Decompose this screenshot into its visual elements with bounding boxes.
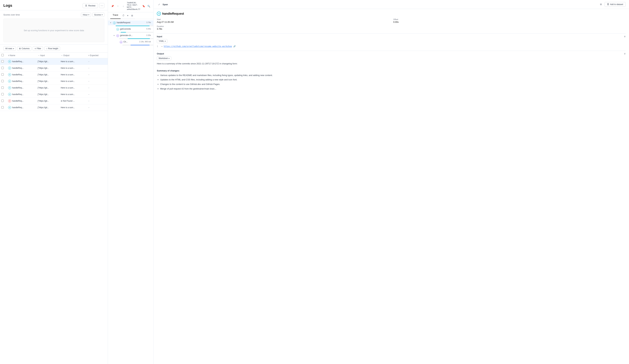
table-row[interactable]: ⊙ handleReq... ["https://git... Here is …	[0, 58, 108, 65]
logs-table: ≡ Name → Input → Output = Expected	[0, 53, 108, 111]
markdown-format-select[interactable]: Markdown ▾	[157, 56, 171, 60]
columns-icon: ⊞	[19, 47, 21, 50]
output-section-header[interactable]: Output ∨	[157, 51, 626, 56]
output-text: Here is a summary of the commits since 2…	[157, 62, 626, 91]
function-name: handleRequest	[162, 12, 184, 15]
row-checkbox[interactable]	[1, 93, 4, 95]
span-panel: ⤢ Span ⊞ 🗄 Add to dataset ⊙ handleReques…	[154, 0, 629, 364]
row-checkbox[interactable]	[1, 67, 4, 69]
trace-id: 7dd04536-74cd-4eb7-b6f2-a44a59be4c77	[127, 2, 140, 10]
col-icon: →	[38, 54, 40, 57]
chevron-down-icon: ▾	[169, 57, 169, 59]
row-name-cell: ⊙ handleReq...	[8, 86, 33, 89]
row-output: Here is a sum...	[59, 104, 86, 111]
trace-down-button[interactable]: ↓	[121, 4, 126, 8]
row-expected: –	[86, 78, 108, 85]
row-name-cell: ⊙ handleReq...	[8, 60, 33, 63]
trace-item-icon: AI	[116, 34, 119, 37]
row-output: Here is a sum...	[59, 91, 86, 98]
table-row[interactable]: ⊙ handleReq... ["https://git... Here is …	[0, 104, 108, 111]
scores-section: Scores over time Hour ▾ Scores ▾ Set up …	[0, 10, 108, 45]
bookmark-button[interactable]: 🔖	[142, 4, 146, 8]
row-name: handleReq...	[12, 60, 24, 63]
tab-trace[interactable]: Trace	[110, 12, 121, 19]
table-row[interactable]: ⊙ handleReq... ["https://git... Here is …	[0, 78, 108, 85]
row-checkbox[interactable]	[1, 73, 4, 76]
duration-meta: Duration 3.78s	[157, 25, 389, 30]
duration-label: Duration	[157, 25, 389, 27]
trace-up-button[interactable]: ↑	[116, 4, 120, 8]
hour-select[interactable]: Hour ▾	[81, 13, 91, 17]
row-icon: ⊙	[8, 67, 11, 70]
table-row[interactable]: ⊙ handleReq... ["https://git... Here is …	[0, 71, 108, 78]
offset-value: 0.00s	[393, 21, 399, 23]
all-rows-button[interactable]: All rows ▾	[3, 46, 16, 51]
select-all-checkbox[interactable]	[1, 54, 4, 56]
output-label: Output	[157, 52, 164, 55]
span-layout-button[interactable]: ⊞	[599, 2, 603, 6]
span-meta-grid: Start Aug 27 11:26 AM Offset 0.00s Durat…	[157, 18, 626, 30]
col-header-expected: = Expected	[86, 53, 108, 58]
output-intro: Here is a summary of the commits since 2…	[157, 62, 626, 66]
table-row[interactable]: ⊙ handleReq... ["https://git... Here is …	[0, 91, 108, 98]
trace-icon-btn-3[interactable]: ⊞	[130, 14, 134, 17]
span-expand-button[interactable]: ⤢	[157, 2, 161, 6]
columns-button[interactable]: ⊞ Columns	[17, 46, 31, 51]
trace-bar	[121, 32, 126, 32]
trace-icon-btn-2[interactable]: ✦	[126, 14, 130, 17]
col-header-name: ≡ Name	[6, 53, 36, 58]
trace-item[interactable]: ⊙getCommits0.44s	[111, 27, 153, 32]
row-name: handleReq...	[12, 106, 24, 109]
scores-select[interactable]: Scores ▾	[92, 13, 104, 17]
row-name-cell: ⊙ handleReq...	[8, 106, 33, 109]
row-checkbox[interactable]	[1, 87, 4, 89]
row-name-cell: ⊙ handleReq...	[8, 67, 33, 70]
table-row[interactable]: ⊙ handleReq... ["https://git... Here is …	[0, 65, 108, 71]
row-icon: ⊘	[8, 100, 11, 103]
table-row[interactable]: ⊙ handleReq... ["https://git... Here is …	[0, 85, 108, 91]
row-checkbox[interactable]	[1, 100, 4, 102]
row-input: ["https://git...	[36, 58, 59, 65]
start-label: Start	[157, 18, 389, 20]
filter-button[interactable]: ≡ Filter	[33, 46, 43, 51]
trace-item-time: 0.44s	[146, 28, 151, 30]
trace-item-icon: AI	[120, 41, 122, 43]
trace-content: ▾⊙handleRequest3.78s ⊙getCommits0.44s▾AI…	[108, 19, 153, 364]
trace-pin-button[interactable]: 📌	[110, 4, 115, 8]
trace-bar	[116, 26, 150, 26]
trace-item-time: 3.78s	[146, 21, 151, 23]
table-controls: All rows ▾ ⊞ Columns ≡ Filter ↕ Row heig…	[0, 45, 108, 53]
close-button[interactable]: ✕	[152, 4, 154, 8]
span-title: Span	[162, 3, 168, 6]
row-output: Here is a sum...	[59, 58, 86, 65]
row-height-button[interactable]: ↕ Row height	[44, 46, 60, 51]
input-link[interactable]: https://github.com/ornelladotcom/resume-…	[164, 45, 232, 47]
row-checkbox[interactable]	[1, 106, 4, 109]
yaml-format-select[interactable]: YAML ▾	[157, 39, 167, 43]
row-input: ["https://git...	[36, 65, 59, 71]
scores-header: Scores over time Hour ▾ Scores ▾	[3, 13, 104, 17]
row-checkbox[interactable]	[1, 60, 4, 63]
trace-icon-btn-1[interactable]: ⏱	[122, 14, 125, 17]
input-section-header[interactable]: Input ∨	[157, 33, 626, 39]
review-button[interactable]: ☰ Review	[83, 3, 98, 8]
output-bullet: Updates to the HTML and CSS files, inclu…	[160, 78, 626, 82]
page-title: Logs	[3, 3, 12, 8]
row-output: Here is a sum...	[59, 78, 86, 85]
output-bullets-list: Various updates to the README and markdo…	[157, 74, 626, 91]
database-icon: 🗄	[607, 3, 609, 5]
more-button[interactable]: ⋯	[99, 3, 104, 8]
row-checkbox[interactable]	[1, 80, 4, 82]
span-header: ⤢ Span ⊞ 🗄 Add to dataset	[154, 0, 629, 9]
trace-item[interactable]: ▾AIgenerate-ch...2.20s	[111, 33, 153, 38]
table-row[interactable]: ⊘ handleReq... ["https://git... ⊘ Not Fo…	[0, 98, 108, 104]
trace-item[interactable]: AICh...2.19s, 665 tok	[115, 40, 153, 44]
input-label: Input	[157, 35, 162, 38]
review-icon: ☰	[85, 4, 87, 7]
trace-item[interactable]: ▾⊙handleRequest3.78s	[108, 20, 153, 25]
add-to-dataset-button[interactable]: 🗄 Add to dataset	[605, 2, 626, 7]
row-icon: ⊙	[8, 73, 11, 76]
search-button[interactable]: 🔍	[147, 4, 151, 8]
chevron-down-icon: ▾	[165, 40, 165, 42]
row-expected: –	[86, 65, 108, 71]
